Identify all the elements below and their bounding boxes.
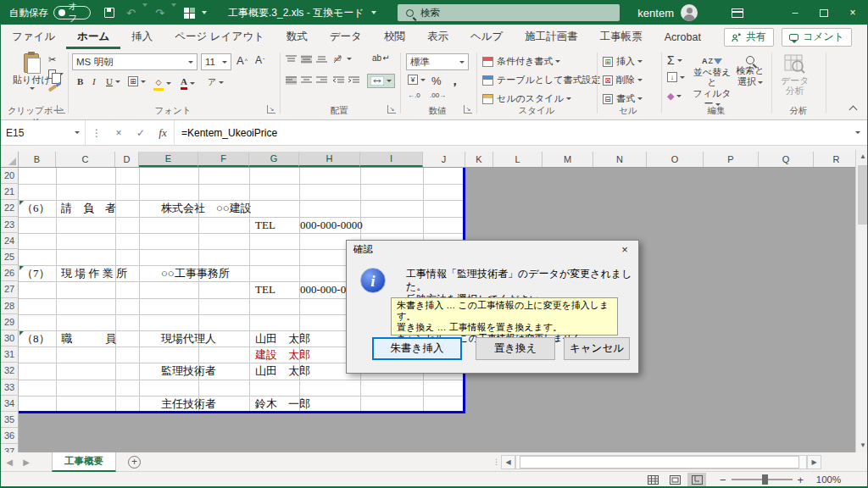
tab-scroll-splitter[interactable]: ⋮ — [492, 458, 501, 466]
search-input[interactable]: 検索 — [398, 4, 620, 21]
format-painter-button[interactable] — [48, 86, 57, 90]
number-format-select[interactable]: 標準 — [406, 53, 469, 70]
save-icon[interactable] — [104, 8, 114, 18]
borders-button[interactable]: ⊞ — [128, 76, 146, 86]
sort-filter-button[interactable]: AZ 並べ替えとフィルター — [693, 56, 732, 108]
column-header-P[interactable]: P — [704, 152, 759, 167]
increase-decimal-button[interactable]: ←.0 — [408, 92, 420, 99]
align-top-button[interactable] — [286, 55, 297, 64]
row-header-36[interactable]: 36 — [1, 428, 19, 444]
column-header-J[interactable]: J — [423, 152, 465, 167]
minimize-button[interactable]: – — [781, 1, 810, 25]
row-header-24[interactable]: 24 — [1, 233, 19, 249]
font-dialog-launcher[interactable]: ↘ — [267, 105, 275, 114]
column-header-C[interactable]: C — [56, 152, 115, 167]
cell-G34[interactable]: 鈴木 一郎 — [249, 396, 359, 412]
column-header-M[interactable]: M — [542, 152, 593, 167]
share-button[interactable]: 共有 — [724, 28, 774, 47]
align-middle-button[interactable] — [301, 55, 312, 64]
tab-file[interactable]: ファイル — [1, 25, 66, 49]
zoom-slider-thumb[interactable] — [762, 474, 768, 485]
qat-customize-icon[interactable] — [202, 11, 207, 14]
paste-button[interactable]: 貼り付け — [13, 53, 51, 90]
page-layout-view-button[interactable] — [665, 473, 684, 486]
row-header-35[interactable]: 35 — [1, 412, 19, 428]
bold-button[interactable]: B — [77, 76, 83, 86]
insert-function-icon[interactable]: fx — [152, 126, 174, 140]
row-header-22[interactable]: 22 — [1, 200, 19, 216]
row-header-27[interactable]: 27 — [1, 281, 19, 297]
row-header-34[interactable]: 34 — [1, 396, 19, 412]
zoom-level[interactable]: 100% — [809, 474, 841, 485]
tab-data[interactable]: データ — [319, 25, 373, 49]
autosum-button[interactable]: Σ — [667, 53, 682, 67]
comma-button[interactable]: ， — [448, 73, 461, 89]
cell-C26[interactable]: 現 場 作 業 所 — [56, 265, 139, 281]
align-right-button[interactable] — [316, 76, 327, 85]
cancel-button[interactable]: キャンセル — [564, 337, 630, 360]
zoom-out-button[interactable]: − — [720, 474, 726, 486]
ribbon-display-options-button[interactable] — [723, 1, 752, 25]
tab-view[interactable]: 表示 — [416, 25, 459, 49]
column-header-Q[interactable]: Q — [759, 152, 814, 167]
document-title[interactable]: 工事概要.3_2.xls - 互換モード — [228, 1, 376, 25]
scroll-down-icon[interactable]: ▼ — [856, 439, 868, 452]
format-as-table-button[interactable]: テーブルとして書式設定 — [482, 74, 609, 86]
cell-C22[interactable]: 請 負 者 — [56, 200, 139, 216]
currency-button[interactable]: ¥ — [408, 75, 426, 85]
formula-input[interactable]: =Kentem_UkeoiPrice — [175, 127, 854, 139]
row-header-30[interactable]: 30 — [1, 330, 19, 347]
row-header-32[interactable]: 32 — [1, 363, 19, 379]
vertical-scroll-thumb[interactable] — [858, 165, 867, 225]
zoom-in-button[interactable]: + — [798, 474, 804, 486]
increase-indent-button[interactable] — [348, 76, 359, 85]
data-analysis-button[interactable]: データ分析 — [781, 54, 810, 96]
format-cells-button[interactable]: ⊟書式 — [603, 92, 643, 105]
print-area-border-bottom[interactable] — [19, 411, 465, 413]
account-area[interactable]: kentem — [637, 1, 698, 25]
number-dialog-launcher[interactable]: ↘ — [464, 105, 472, 114]
font-name-select[interactable]: MS 明朝 — [72, 53, 198, 70]
cell-E26[interactable]: ○○工事事務所 — [139, 265, 309, 281]
clear-button[interactable]: ◆ — [667, 91, 682, 102]
tab-insert[interactable]: 挿入 — [120, 25, 164, 49]
column-header-B[interactable]: B — [19, 152, 56, 167]
fill-button[interactable]: ↓ — [667, 72, 685, 82]
close-button[interactable]: × — [838, 1, 867, 25]
insert-redline-button[interactable]: 朱書き挿入 — [372, 337, 462, 360]
align-center-button[interactable] — [301, 76, 312, 85]
tab-help[interactable]: ヘルプ — [459, 25, 514, 49]
column-header-K[interactable]: K — [465, 152, 493, 167]
enter-entry-icon[interactable]: ✓ — [130, 127, 152, 139]
row-header-33[interactable]: 33 — [1, 380, 19, 396]
column-header-E[interactable]: E — [139, 152, 198, 167]
column-header-O[interactable]: O — [647, 152, 704, 167]
cell-B22[interactable]: （6） — [19, 200, 56, 216]
tab-acrobat[interactable]: Acrobat — [654, 25, 712, 49]
dialog-close-icon[interactable]: × — [616, 243, 633, 257]
row-header-21[interactable]: 21 — [1, 184, 19, 200]
row-header-20[interactable]: 20 — [1, 168, 19, 184]
column-header-I[interactable]: I — [360, 152, 423, 167]
autosave-toggle[interactable]: オフ — [53, 6, 91, 19]
select-all-corner[interactable] — [1, 152, 19, 167]
normal-view-button[interactable] — [643, 473, 662, 486]
page-break-view-button[interactable] — [687, 473, 706, 486]
column-header-N[interactable]: N — [593, 152, 647, 167]
column-header-L[interactable]: L — [493, 152, 542, 167]
addin-grid-icon[interactable] — [184, 8, 195, 19]
sheet-tab-kouji-gaiyou[interactable]: 工事概要 — [52, 452, 116, 472]
redo-icon[interactable]: ↷ — [155, 7, 172, 19]
increase-font-button[interactable]: A^ — [236, 54, 248, 67]
namebox-splitter[interactable]: ⋮ — [86, 127, 108, 139]
delete-cells-button[interactable]: ⊠削除 — [603, 74, 643, 86]
row-header-23[interactable]: 23 — [1, 217, 19, 233]
tab-formulas[interactable]: 数式 — [275, 25, 319, 49]
align-left-button[interactable] — [286, 76, 297, 85]
sheet-nav-right-icon[interactable]: ▶ — [18, 458, 35, 467]
decrease-font-button[interactable]: Aˇ — [255, 54, 264, 66]
row-header-25[interactable]: 25 — [1, 249, 19, 265]
row-header-29[interactable]: 29 — [1, 314, 19, 330]
zoom-slider[interactable] — [732, 479, 793, 480]
tab-home[interactable]: ホーム — [66, 25, 120, 49]
